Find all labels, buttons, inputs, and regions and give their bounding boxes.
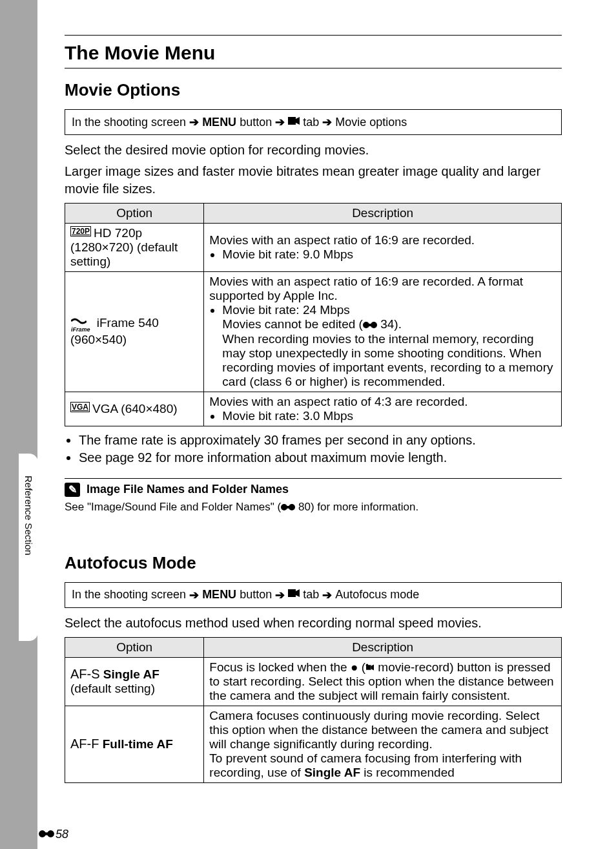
- af-s-badge: AF-S: [70, 667, 100, 681]
- option-label: Single AF: [103, 667, 159, 681]
- breadcrumb-movie-options: In the shooting screen ➔ MENU button ➔ t…: [65, 109, 562, 135]
- arrow-icon: ➔: [275, 115, 285, 129]
- table-row: iFrame iFrame 540 (960×540) Movies with …: [65, 272, 562, 392]
- cell-text: (: [358, 660, 365, 674]
- option-vga-icon: VGA: [70, 402, 90, 412]
- cell-text: When recording movies to the internal me…: [222, 332, 556, 389]
- menu-button-label: MENU: [202, 588, 236, 602]
- svg-rect-8: [288, 589, 296, 597]
- autofocus-table: Option Description AF-S Single AF (defau…: [65, 637, 562, 783]
- arrow-icon: ➔: [189, 588, 199, 602]
- arrow-icon: ➔: [322, 588, 332, 602]
- list-item: See page 92 for more information about m…: [79, 450, 562, 465]
- table-row: VGAVGA (640×480) Movies with an aspect r…: [65, 392, 562, 426]
- movie-tab-icon: [288, 588, 300, 602]
- cell-text: is recommended: [360, 766, 455, 779]
- svg-point-12: [366, 664, 369, 667]
- table-header: Option: [65, 204, 204, 224]
- svg-point-15: [47, 830, 54, 837]
- list-item: The frame rate is approximately 30 frame…: [79, 433, 562, 448]
- cell-text: Movies with an aspect ratio of 16:9 are …: [209, 275, 556, 303]
- af-f-badge: AF-F: [70, 737, 99, 751]
- breadcrumb-text: In the shooting screen: [72, 588, 186, 602]
- arrow-icon: ➔: [189, 115, 199, 129]
- table-row: AF-S Single AF (default setting) Focus i…: [65, 657, 562, 706]
- movie-options-table: Option Description 720PHD 720p (1280×720…: [65, 203, 562, 426]
- section-autofocus-title: Autofocus Mode: [65, 553, 562, 573]
- cell-text: Movies with an aspect ratio of 4:3 are r…: [209, 395, 556, 409]
- option-label: VGA (640×480): [92, 402, 178, 415]
- movie-tab-icon: [288, 116, 300, 129]
- table-row: AF-F Full-time AF Camera focuses continu…: [65, 706, 562, 782]
- table-row: 720PHD 720p (1280×720) (default setting)…: [65, 224, 562, 272]
- breadcrumb-dest: Movie options: [335, 116, 407, 129]
- note-heading-text: Image File Names and Folder Names: [87, 483, 289, 496]
- table-header: Option: [65, 637, 204, 657]
- table-header: Description: [204, 637, 562, 657]
- arrow-icon: ➔: [275, 588, 285, 602]
- breadcrumb-text: tab: [303, 116, 319, 129]
- cell-text: Movies with an aspect ratio of 16:9 are …: [209, 233, 556, 247]
- breadcrumb-text: button: [240, 116, 272, 129]
- option-label: Full-time AF: [103, 737, 173, 751]
- cell-bullet: Movie bit rate: 9.0 Mbps: [222, 247, 556, 262]
- paragraph: Larger image sizes and faster movie bitr…: [65, 163, 562, 198]
- breadcrumb-text: button: [240, 588, 272, 602]
- cell-text: Camera focuses continuously during movie…: [209, 709, 556, 751]
- reference-icon: [363, 318, 377, 332]
- option-720p-icon: 720P: [70, 226, 91, 236]
- option-label-tail: (default setting): [70, 682, 155, 695]
- section-movie-options-title: Movie Options: [65, 80, 562, 100]
- cell-text: 34).: [380, 317, 402, 331]
- record-dot-icon: ●: [351, 660, 358, 674]
- post-notes-list: The frame rate is approximately 30 frame…: [65, 433, 562, 465]
- arrow-icon: ➔: [322, 115, 332, 129]
- svg-point-7: [289, 504, 295, 510]
- note-text: 80) for more information.: [298, 501, 418, 513]
- reference-icon: [39, 828, 54, 841]
- cell-text-bold: Single AF: [304, 766, 360, 779]
- cell-bullet: Movie bit rate: 24 Mbps: [222, 303, 556, 317]
- option-iframe-icon: iFrame: [70, 316, 91, 333]
- cell-bullet: Movie bit rate: 3.0 Mbps: [222, 409, 556, 423]
- svg-marker-9: [296, 589, 300, 597]
- cell-text: Focus is locked when the: [209, 660, 351, 674]
- breadcrumb-dest: Autofocus mode: [335, 588, 419, 602]
- chapter-title: The Movie Menu: [65, 42, 562, 68]
- menu-button-label: MENU: [202, 116, 236, 129]
- svg-point-4: [371, 322, 377, 328]
- breadcrumb-autofocus: In the shooting screen ➔ MENU button ➔ t…: [65, 582, 562, 608]
- svg-rect-0: [288, 117, 296, 125]
- note-pencil-icon: ✎: [65, 483, 80, 497]
- breadcrumb-text: In the shooting screen: [72, 116, 186, 129]
- top-rule: [65, 35, 562, 36]
- svg-marker-11: [371, 665, 375, 671]
- svg-marker-1: [296, 117, 300, 125]
- paragraph: Select the autofocus method used when re…: [65, 614, 562, 632]
- breadcrumb-text: tab: [303, 588, 319, 602]
- note-block: ✎ Image File Names and Folder Names See …: [65, 478, 562, 514]
- movie-record-icon: [365, 660, 375, 674]
- paragraph: Select the desired movie option for reco…: [65, 142, 562, 159]
- cell-text: Movies cannot be edited (: [222, 317, 363, 331]
- page-number: 58: [39, 828, 68, 841]
- reference-icon: [281, 501, 295, 514]
- note-text: See "Image/Sound File and Folder Names" …: [65, 501, 281, 513]
- table-header: Description: [204, 204, 562, 224]
